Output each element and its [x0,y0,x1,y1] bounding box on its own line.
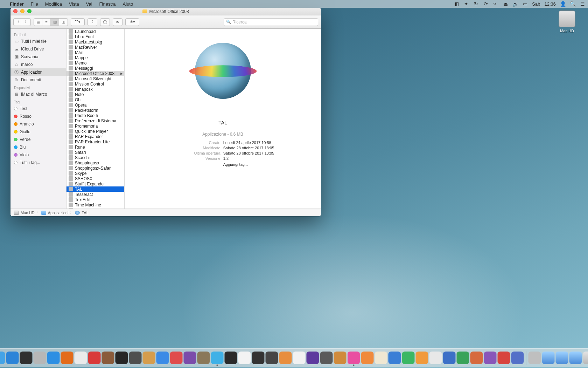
file-row[interactable]: TextEdit [66,197,124,202]
file-row[interactable]: Shoppingosx [66,160,124,165]
menu-file[interactable]: File [27,1,42,7]
menu-go[interactable]: Vai [83,1,96,7]
sidebar-tag-verde[interactable]: Verde [10,136,66,143]
sidebar-device[interactable]: 🖥iMac di Marco [10,90,66,98]
dock-keynote[interactable] [388,352,401,364]
sidebar-item-scrivania[interactable]: ▣Scrivania [10,53,66,61]
dock-podcast[interactable] [184,352,196,364]
file-column[interactable]: LaunchpadLibro FontMacLatest.pkgMacReviv… [66,29,125,209]
file-row[interactable]: Memo [66,60,124,66]
path-hd[interactable]: Mac HD [21,211,35,215]
dock-automator[interactable] [34,352,46,364]
dock-launchpad[interactable] [528,352,541,364]
action-button[interactable]: ✳︎▾ [125,18,139,26]
view-columns[interactable]: ▥ [51,19,59,26]
file-row[interactable]: Mail [66,50,124,55]
dock-safari[interactable] [47,352,60,364]
volume-icon[interactable]: 🔊 [512,1,518,7]
back-button[interactable]: 〈 [14,19,22,26]
close-button[interactable] [13,9,18,13]
tags-button[interactable]: ◯ [100,18,110,26]
dock-documents[interactable] [556,352,568,364]
sidebar-item-documenti[interactable]: 🗎Documenti [10,76,66,84]
menulet-littlesnitch-icon[interactable]: ✦ [463,1,469,7]
minimize-button[interactable] [20,9,24,13]
app-menu[interactable]: Finder [6,1,27,7]
dock-photobooth[interactable] [279,352,292,364]
dock-terminal[interactable] [115,352,128,364]
dock-diskutil[interactable] [129,352,142,364]
file-row[interactable]: Messaggi [66,66,124,71]
dock-steam[interactable] [225,352,237,364]
share-button[interactable]: ⇪ [88,18,97,26]
zoom-button[interactable] [27,9,31,13]
file-row[interactable]: MacReviver [66,45,124,50]
sidebar-item-marco[interactable]: ⌂marco [10,61,66,68]
sidebar-tag-blu[interactable]: Blu [10,143,66,151]
view-icons[interactable]: ▦ [34,19,42,26]
dock-news[interactable] [170,352,183,364]
wifi-icon[interactable]: ᯤ [493,1,498,7]
file-row[interactable]: Opera [66,102,124,108]
dock-clock[interactable] [252,352,265,364]
display-icon[interactable]: ▭ [522,1,528,7]
dock-pages[interactable] [416,352,428,364]
dock-guitar[interactable] [197,352,210,364]
file-row[interactable]: TAL [66,186,124,192]
dock-appstore[interactable] [6,352,19,364]
sidebar-item-icloud-drive[interactable]: ☁iCloud Drive [10,45,66,53]
titlebar[interactable]: Microsoft Office 2008 [10,8,321,15]
path-sel[interactable]: TAL [82,211,88,215]
dock-entourage[interactable] [484,352,497,364]
menu-view[interactable]: Vista [65,1,83,7]
file-row[interactable]: SSHOSX [66,176,124,181]
file-row[interactable]: Launchpad [66,29,124,34]
file-row[interactable]: Preferenze di Sistema [66,118,124,123]
menu-edit[interactable]: Modifica [42,1,65,7]
path-apps[interactable]: Applicazioni [48,211,69,215]
sidebar-tag-arancio[interactable]: Arancio [10,120,66,128]
dock-maps[interactable] [375,352,387,364]
dock-messages[interactable] [156,352,169,364]
clock-day[interactable]: Sab [532,1,540,7]
dock-textedit[interactable] [429,352,442,364]
file-row[interactable]: Time Machine [66,202,124,207]
dock-photos[interactable] [293,352,306,364]
sidebar-item-applicazioni[interactable]: ⒶApplicazioni [10,68,66,76]
dock-quicktime[interactable] [266,352,278,364]
sidebar-tag-viola[interactable]: Viola [10,151,66,159]
dock-ibooks[interactable] [361,352,374,364]
file-row[interactable]: MacLatest.pkg [66,39,124,45]
file-row[interactable]: Promemoria [66,123,124,129]
dock-vm[interactable] [511,352,524,364]
forward-button[interactable]: 〉 [22,19,30,26]
menu-window[interactable]: Finestra [96,1,119,7]
notification-icon[interactable]: ☰ [580,1,585,7]
clock-time[interactable]: 12:36 [544,1,556,7]
menu-help[interactable]: Aiuto [119,1,137,7]
spotlight-icon[interactable]: 🔍 [570,1,575,7]
dock-garage[interactable] [334,352,346,364]
file-row[interactable]: Microsoft Silverlight [66,76,124,81]
file-row[interactable]: Photo Booth [66,113,124,118]
menulet-lightroom-icon[interactable]: ◧ [454,1,459,7]
quicklook-button[interactable]: 👁 [113,18,122,26]
file-row[interactable]: QuickTime Player [66,129,124,134]
dock-skype[interactable] [211,352,224,364]
view-list[interactable]: ≡ [42,19,51,26]
arrange-button[interactable]: ☷▾ [71,18,85,26]
dock-calendar[interactable] [238,352,251,364]
dock-final[interactable] [320,352,333,364]
file-row[interactable]: Safari [66,150,124,155]
dock-ppt[interactable] [470,352,483,364]
timemachine-icon[interactable]: ↻ [473,1,479,7]
file-row[interactable]: Packetstorm [66,108,124,113]
sidebar-tag-giallo[interactable]: Giallo [10,128,66,136]
eject-icon[interactable]: ⏏ [503,1,508,7]
file-row[interactable]: Note [66,92,124,97]
file-row[interactable]: Rune [66,144,124,150]
file-row[interactable]: Skype [66,171,124,176]
sidebar-item-tutti-i-miei-file[interactable]: ▭Tutti i miei file [10,38,66,45]
dock-desktop[interactable] [569,352,582,364]
dock-keychain[interactable] [143,352,155,364]
